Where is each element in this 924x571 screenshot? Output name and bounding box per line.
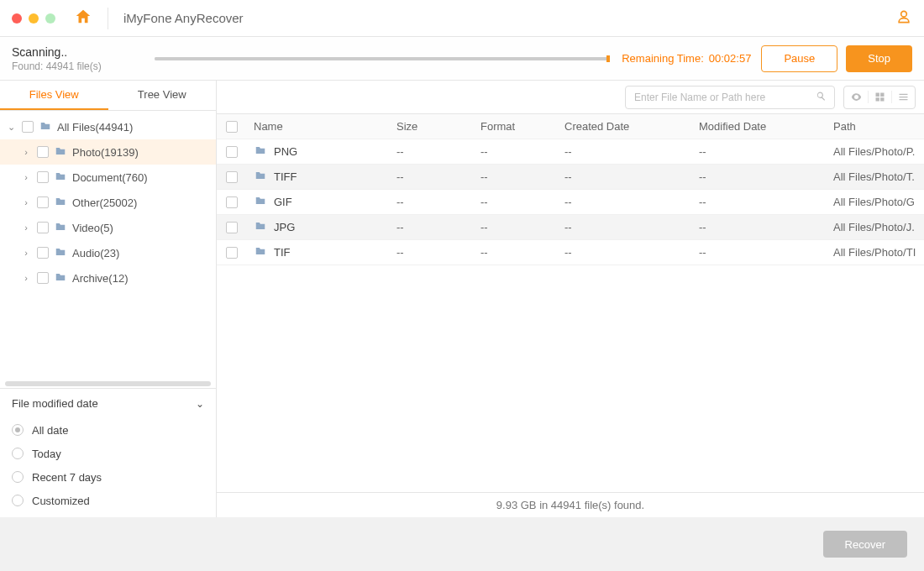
tree-label: Archive(12) bbox=[72, 272, 128, 285]
pause-button[interactable]: Pause bbox=[761, 45, 837, 72]
folder-icon bbox=[54, 196, 72, 210]
row-checkbox[interactable] bbox=[226, 146, 238, 158]
search-input[interactable] bbox=[633, 91, 815, 104]
cell-size: -- bbox=[390, 145, 474, 158]
tree-checkbox[interactable] bbox=[37, 247, 49, 259]
tree-toggle-icon[interactable]: › bbox=[20, 273, 32, 283]
tree-item[interactable]: ›Document(760) bbox=[0, 165, 216, 190]
tree-item[interactable]: ›Other(25002) bbox=[0, 190, 216, 215]
cell-modified: -- bbox=[692, 221, 827, 233]
tab-files-view[interactable]: Files View bbox=[0, 81, 108, 110]
row-checkbox[interactable] bbox=[226, 196, 238, 208]
remaining-time-value: 00:02:57 bbox=[709, 52, 752, 65]
filter-option[interactable]: Customized bbox=[12, 489, 204, 512]
row-checkbox[interactable] bbox=[226, 247, 238, 259]
table-row[interactable]: GIF--------All Files/Photo/G bbox=[217, 190, 924, 215]
preview-view-icon[interactable] bbox=[844, 91, 868, 103]
cell-name: TIF bbox=[274, 246, 291, 259]
window-controls bbox=[12, 13, 55, 24]
tree-item[interactable]: ⌄All Files(44941) bbox=[0, 114, 216, 139]
tree-toggle-icon[interactable]: › bbox=[20, 197, 32, 207]
cell-size: -- bbox=[390, 221, 474, 233]
tree-label: Document(760) bbox=[72, 171, 148, 184]
cell-modified: -- bbox=[692, 170, 827, 183]
tree-checkbox[interactable] bbox=[37, 146, 49, 158]
select-all-checkbox[interactable] bbox=[226, 121, 238, 133]
folder-icon bbox=[254, 144, 274, 159]
tree-checkbox[interactable] bbox=[37, 196, 49, 208]
tree-toggle-icon[interactable]: ⌄ bbox=[5, 122, 17, 133]
search-box[interactable] bbox=[625, 86, 835, 109]
table-row[interactable]: JPG--------All Files/Photo/J. bbox=[217, 215, 924, 240]
filter-header[interactable]: File modified date ⌄ bbox=[12, 397, 204, 410]
minimize-window-icon[interactable] bbox=[29, 13, 39, 24]
cell-path: All Files/Photo/G bbox=[827, 196, 924, 208]
table-row[interactable]: TIF--------All Files/Photo/TI bbox=[217, 240, 924, 265]
tree-scrollbar[interactable] bbox=[5, 381, 211, 386]
scan-found-count: Found: 44941 file(s) bbox=[12, 60, 155, 72]
sidebar: Files View Tree View ⌄All Files(44941)›P… bbox=[0, 81, 217, 517]
user-icon[interactable] bbox=[895, 8, 912, 28]
title-bar: iMyFone AnyRecover bbox=[0, 0, 924, 37]
tree-toggle-icon[interactable]: › bbox=[20, 147, 32, 157]
radio-icon[interactable] bbox=[12, 471, 24, 483]
tab-tree-view[interactable]: Tree View bbox=[108, 81, 217, 110]
col-format[interactable]: Format bbox=[474, 120, 558, 133]
tree-toggle-icon[interactable]: › bbox=[20, 223, 32, 233]
folder-icon bbox=[54, 271, 72, 286]
col-path[interactable]: Path bbox=[827, 120, 924, 133]
tree-item[interactable]: ›Audio(23) bbox=[0, 240, 216, 265]
col-created[interactable]: Created Date bbox=[558, 120, 692, 133]
results-table: Name Size Format Created Date Modified D… bbox=[217, 114, 924, 492]
content-pane: Name Size Format Created Date Modified D… bbox=[217, 81, 924, 517]
tree-item[interactable]: ›Archive(12) bbox=[0, 265, 216, 291]
tree-item[interactable]: ›Video(5) bbox=[0, 215, 216, 240]
filter-option-label: Today bbox=[32, 448, 61, 460]
row-checkbox[interactable] bbox=[226, 222, 238, 233]
tree-checkbox[interactable] bbox=[37, 272, 49, 284]
content-toolbar bbox=[217, 81, 924, 114]
filter-option[interactable]: All date bbox=[12, 418, 204, 442]
col-size[interactable]: Size bbox=[390, 120, 474, 133]
table-row[interactable]: PNG--------All Files/Photo/P. bbox=[217, 139, 924, 165]
cell-format: -- bbox=[474, 221, 558, 233]
folder-icon bbox=[54, 170, 72, 185]
tree-checkbox[interactable] bbox=[37, 222, 49, 233]
folder-icon bbox=[254, 195, 274, 209]
folder-icon bbox=[39, 120, 57, 134]
filter-panel: File modified date ⌄ All dateTodayRecent… bbox=[0, 388, 216, 517]
tree-toggle-icon[interactable]: › bbox=[20, 248, 32, 258]
table-row[interactable]: TIFF--------All Files/Photo/T. bbox=[217, 165, 924, 190]
status-bar: Scanning.. Found: 44941 file(s) Remainin… bbox=[0, 37, 924, 81]
filter-title: File modified date bbox=[12, 397, 98, 410]
zoom-window-icon[interactable] bbox=[45, 13, 55, 24]
home-icon[interactable] bbox=[74, 8, 92, 29]
tree-label: All Files(44941) bbox=[57, 121, 133, 134]
tree-label: Video(5) bbox=[72, 222, 113, 234]
list-view-icon[interactable] bbox=[891, 91, 915, 103]
tree-checkbox[interactable] bbox=[22, 121, 34, 133]
scan-status-title: Scanning.. bbox=[12, 45, 155, 59]
row-checkbox[interactable] bbox=[226, 171, 238, 183]
cell-modified: -- bbox=[692, 246, 827, 259]
cell-name: TIFF bbox=[274, 170, 297, 183]
tree-item[interactable]: ›Photo(19139) bbox=[0, 139, 216, 165]
radio-icon[interactable] bbox=[12, 424, 24, 436]
tree-checkbox[interactable] bbox=[37, 171, 49, 183]
radio-icon[interactable] bbox=[12, 495, 24, 506]
folder-icon bbox=[54, 221, 72, 235]
close-window-icon[interactable] bbox=[12, 13, 22, 24]
search-icon[interactable] bbox=[815, 90, 827, 105]
cell-created: -- bbox=[558, 246, 692, 259]
filter-option[interactable]: Today bbox=[12, 442, 204, 465]
folder-icon bbox=[54, 145, 72, 160]
tree-toggle-icon[interactable]: › bbox=[20, 172, 32, 182]
grid-view-icon[interactable] bbox=[868, 91, 891, 103]
filter-option[interactable]: Recent 7 days bbox=[12, 465, 204, 489]
filter-option-label: Recent 7 days bbox=[32, 471, 102, 484]
col-modified[interactable]: Modified Date bbox=[692, 120, 827, 133]
recover-button[interactable]: Recover bbox=[823, 531, 907, 558]
stop-button[interactable]: Stop bbox=[846, 45, 912, 72]
col-name[interactable]: Name bbox=[247, 120, 390, 133]
radio-icon[interactable] bbox=[12, 448, 24, 459]
